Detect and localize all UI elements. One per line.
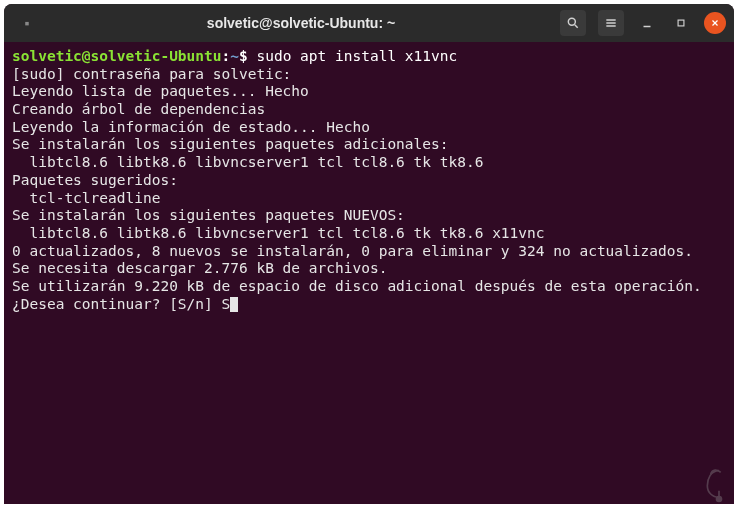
app-indicator-icon: ▪	[25, 15, 30, 31]
search-button[interactable]	[560, 10, 586, 36]
hamburger-icon	[604, 16, 618, 30]
svg-point-9	[717, 497, 722, 502]
prompt-separator: :	[222, 48, 231, 64]
svg-rect-6	[678, 20, 684, 26]
output-line: 0 actualizados, 8 nuevos se instalarán, …	[12, 243, 693, 259]
output-line: libtcl8.6 libtk8.6 libvncserver1 tcl tcl…	[12, 225, 545, 241]
close-icon	[710, 18, 720, 28]
output-line: libtcl8.6 libtk8.6 libvncserver1 tcl tcl…	[12, 154, 483, 170]
minimize-button[interactable]	[636, 12, 658, 34]
output-line: Paquetes sugeridos:	[12, 172, 178, 188]
titlebar: ▪ solvetic@solvetic-Ubuntu: ~	[4, 4, 734, 42]
svg-line-1	[575, 25, 578, 28]
search-icon	[566, 16, 580, 30]
output-line: Se utilizarán 9.220 kB de espacio de dis…	[12, 278, 702, 294]
maximize-button[interactable]	[670, 12, 692, 34]
output-line: Se instalarán los siguientes paquetes NU…	[12, 207, 405, 223]
watermark-icon	[699, 464, 739, 508]
output-line: [sudo] contraseña para solvetic:	[12, 66, 291, 82]
output-line: ¿Desea continuar? [S/n] S	[12, 296, 230, 312]
prompt-path: ~	[230, 48, 239, 64]
output-line: Creando árbol de dependencias	[12, 101, 265, 117]
menu-button[interactable]	[598, 10, 624, 36]
output-line: Leyendo lista de paquetes... Hecho	[12, 83, 309, 99]
titlebar-controls	[560, 10, 726, 36]
svg-point-0	[568, 18, 575, 25]
prompt-userhost: solvetic@solvetic-Ubuntu	[12, 48, 222, 64]
output-line: tcl-tclreadline	[12, 190, 160, 206]
maximize-icon	[674, 16, 688, 30]
terminal-window: ▪ solvetic@solvetic-Ubuntu: ~ solvetic@s…	[4, 4, 734, 504]
output-line: Se necesita descargar 2.776 kB de archiv…	[12, 260, 387, 276]
window-title: solvetic@solvetic-Ubuntu: ~	[42, 15, 560, 31]
terminal-body[interactable]: solvetic@solvetic-Ubuntu:~$ sudo apt ins…	[4, 42, 734, 504]
close-button[interactable]	[704, 12, 726, 34]
titlebar-left: ▪	[12, 15, 42, 31]
output-line: Leyendo la información de estado... Hech…	[12, 119, 370, 135]
minimize-icon	[640, 16, 654, 30]
output-line: Se instalarán los siguientes paquetes ad…	[12, 136, 449, 152]
command-text: sudo apt install x11vnc	[256, 48, 457, 64]
prompt-dollar: $	[239, 48, 248, 64]
terminal-cursor	[230, 297, 238, 312]
